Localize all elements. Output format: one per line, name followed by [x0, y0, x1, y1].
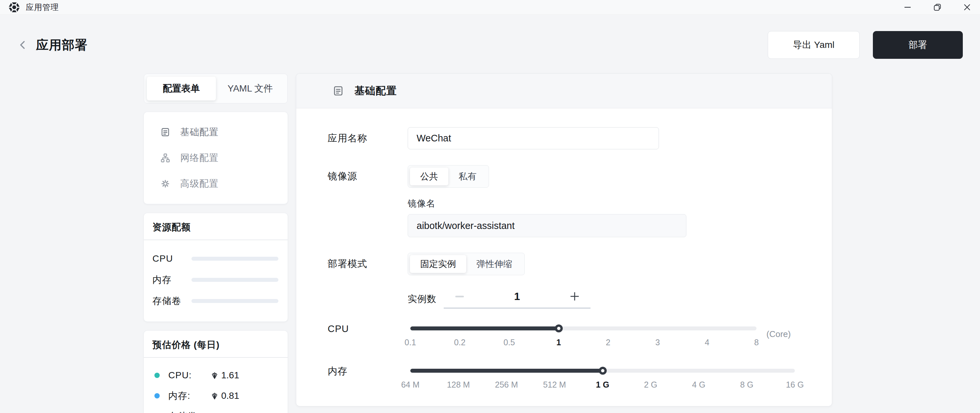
- memory-slider-thumb[interactable]: [599, 367, 607, 375]
- image-source-row: 镜像源 公共私有: [328, 165, 832, 187]
- estimated-price-card: 预估价格 (每日) CPU: 1.61 内存:: [144, 331, 288, 413]
- shell-coin-icon: [211, 372, 218, 379]
- image-source-toggle: 公共私有: [408, 165, 489, 187]
- memory-slider-ticks: 64 M128 M256 M512 M1 G2 G4 G8 G16 G: [410, 377, 795, 394]
- quota-row: 内存: [153, 269, 279, 291]
- content: 配置表单 YAML 文件 基础配置 网络配置: [144, 74, 832, 413]
- image-source-option[interactable]: 私有: [448, 167, 487, 185]
- deploy-mode-option[interactable]: 弹性伸缩: [466, 255, 522, 273]
- app-title: 应用管理: [26, 2, 59, 13]
- quota-progress-bar: [191, 299, 278, 303]
- quota-label: 存储卷: [153, 295, 191, 307]
- image-name-label: 镜像名: [408, 198, 832, 210]
- minimize-button[interactable]: [900, 1, 915, 14]
- cpu-tick-label: 2: [606, 338, 610, 347]
- cpu-tick-label: 8: [754, 338, 759, 347]
- quota-progress-bar: [191, 257, 278, 261]
- header-actions: 导出 Yaml 部署: [768, 31, 963, 59]
- price-row: 存储卷: 0.00: [154, 406, 279, 413]
- cpu-tick-label: 1: [557, 338, 561, 347]
- memory-tick-label: 4 G: [692, 380, 705, 389]
- cpu-slider-track[interactable]: [410, 326, 756, 330]
- memory-tick-label: 16 G: [786, 380, 804, 389]
- option-label: 公共: [420, 170, 438, 183]
- nav-item-basic-config[interactable]: 基础配置: [144, 119, 288, 145]
- nav-item-network-config[interactable]: 网络配置: [144, 145, 288, 171]
- memory-tick-label: 512 M: [543, 380, 566, 389]
- cpu-slider-thumb[interactable]: [555, 324, 563, 332]
- price-label: 存储卷:: [168, 410, 210, 413]
- quota-progress-bar: [191, 278, 278, 282]
- estimated-price-body: CPU: 1.61 内存: 0: [144, 358, 288, 413]
- increment-button[interactable]: [568, 290, 581, 303]
- cpu-tick-label: 0.2: [454, 338, 466, 347]
- memory-tick-label: 64 M: [401, 380, 420, 389]
- doc-list-icon: [332, 85, 344, 97]
- deploy-mode-option[interactable]: 固定实例: [410, 255, 466, 273]
- cpu-unit-label: (Core): [767, 329, 791, 339]
- quota-label: 内存: [153, 273, 191, 286]
- app-logo-icon: [9, 2, 20, 13]
- window-titlebar: 应用管理: [0, 0, 980, 14]
- basic-config-body: 应用名称 镜像源 公共私有 镜像名 部署模式 固定实例弹性伸缩 实例数: [296, 127, 832, 394]
- memory-color-dot: [154, 393, 160, 399]
- image-name-input[interactable]: [408, 214, 686, 237]
- minus-icon: [455, 296, 464, 297]
- price-value: 0.81: [221, 391, 239, 401]
- cpu-slider: 0.10.20.512348 (Core): [410, 326, 756, 351]
- instances-row: 实例数 1: [328, 290, 832, 308]
- nav-item-advanced-config[interactable]: 高级配置: [144, 171, 288, 197]
- instances-stepper: 1: [444, 290, 590, 308]
- memory-slider-fill: [410, 369, 603, 373]
- app-name-input[interactable]: [408, 127, 659, 149]
- deploy-button[interactable]: 部署: [873, 31, 963, 59]
- cpu-tick-label: 4: [705, 338, 709, 347]
- decrement-button[interactable]: [453, 290, 466, 303]
- config-nav: 基础配置 网络配置: [144, 112, 288, 204]
- resource-quota-title: 资源配额: [144, 213, 288, 240]
- app-name-label: 应用名称: [328, 132, 408, 145]
- instances-value: 1: [514, 291, 520, 303]
- cpu-slider-row: CPU 0.10.20.512348 (Core): [328, 326, 832, 351]
- window-controls: [900, 1, 975, 14]
- close-button[interactable]: [959, 1, 975, 14]
- resource-quota-card: 资源配额 CPU 内存 存储卷: [144, 213, 288, 321]
- deploy-mode-row: 部署模式 固定实例弹性伸缩: [328, 253, 832, 275]
- cpu-tick-label: 0.5: [504, 338, 515, 347]
- quota-row: 存储卷: [153, 291, 279, 311]
- price-value: 0.00: [221, 411, 239, 413]
- memory-tick-label: 256 M: [495, 380, 518, 389]
- network-icon: [161, 153, 170, 163]
- memory-tick-label: 128 M: [447, 380, 470, 389]
- price-label: 内存:: [168, 389, 210, 402]
- option-label: 固定实例: [420, 258, 456, 270]
- cpu-slider-fill: [410, 326, 559, 330]
- cpu-slider-ticks: 0.10.20.512348: [410, 335, 756, 351]
- quota-label: CPU: [153, 253, 191, 264]
- image-source-option[interactable]: 公共: [410, 167, 448, 185]
- page-title: 应用部署: [36, 37, 88, 54]
- tab-config-form[interactable]: 配置表单: [147, 77, 216, 100]
- cpu-slider-label: CPU: [328, 326, 410, 331]
- memory-slider-track[interactable]: [410, 369, 795, 373]
- restore-button[interactable]: [930, 1, 945, 14]
- shell-coin-icon: [211, 392, 218, 400]
- resource-quota-body: CPU 内存 存储卷: [144, 240, 288, 321]
- price-row: 内存: 0.81: [154, 386, 279, 406]
- back-button[interactable]: [15, 37, 31, 53]
- nav-item-label: 高级配置: [180, 178, 218, 190]
- export-yaml-button[interactable]: 导出 Yaml: [768, 31, 860, 59]
- nav-item-label: 网络配置: [180, 152, 218, 164]
- option-label: 私有: [458, 170, 476, 183]
- cpu-tick-label: 0.1: [405, 338, 416, 347]
- doc-list-icon: [161, 127, 170, 137]
- view-tabs: 配置表单 YAML 文件: [144, 74, 288, 103]
- memory-slider: 64 M128 M256 M512 M1 G2 G4 G8 G16 G: [410, 369, 795, 394]
- tab-yaml-file[interactable]: YAML 文件: [216, 77, 285, 100]
- cpu-tick-label: 3: [655, 338, 660, 347]
- image-source-label: 镜像源: [328, 170, 408, 183]
- memory-slider-label: 内存: [328, 369, 410, 373]
- price-row: CPU: 1.61: [154, 365, 279, 386]
- cpu-color-dot: [154, 373, 160, 378]
- option-label: 弹性伸缩: [476, 258, 512, 270]
